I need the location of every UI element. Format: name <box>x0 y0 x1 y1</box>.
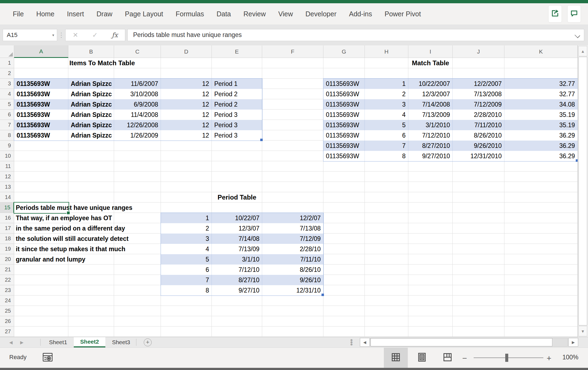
row-header-3[interactable]: 3 <box>0 79 14 89</box>
zoom-slider[interactable] <box>474 357 543 358</box>
cell[interactable]: 1 <box>161 213 212 223</box>
row-header-19[interactable]: 19 <box>0 244 14 254</box>
cell[interactable]: 8 <box>161 285 212 296</box>
cell[interactable]: 8/26/2010 <box>453 130 504 141</box>
menu-tab-formulas[interactable]: Formulas <box>169 10 210 18</box>
row-header-1[interactable]: 1 <box>0 58 14 68</box>
cell[interactable]: 2 <box>365 89 408 99</box>
cell[interactable]: Period 3 <box>212 110 262 120</box>
cell[interactable]: 7/13/2009 <box>408 110 453 120</box>
cell[interactable]: 7/14/2008 <box>408 99 453 110</box>
row-header-5[interactable]: 5 <box>0 99 14 110</box>
cell[interactable]: 36.29 <box>504 151 578 161</box>
cell[interactable]: 01135693W <box>14 110 68 120</box>
zoom-level[interactable]: 100% <box>562 354 578 361</box>
cell[interactable]: 7/12/10 <box>212 265 262 275</box>
scroll-left-button[interactable]: ◀ <box>360 338 370 347</box>
cell[interactable]: 11/4/2008 <box>114 110 161 120</box>
cell[interactable]: 12 <box>161 110 212 120</box>
row-header-2[interactable]: 2 <box>0 68 14 79</box>
column-header-G[interactable]: G <box>323 45 365 58</box>
formula-bar-input[interactable]: Periods table must have unique ranges <box>127 29 584 41</box>
cell[interactable]: 3/1/10 <box>212 254 262 265</box>
row-header-20[interactable]: 20 <box>0 254 14 265</box>
cell[interactable]: 7 <box>161 275 212 285</box>
row-header-26[interactable]: 26 <box>0 316 14 327</box>
cell[interactable]: 12 <box>161 89 212 99</box>
row-header-11[interactable]: 11 <box>0 161 14 172</box>
cell[interactable]: Period 2 <box>212 99 262 110</box>
comments-button[interactable] <box>567 5 581 23</box>
row-header-8[interactable]: 8 <box>0 130 14 141</box>
cell[interactable]: 7/13/09 <box>212 244 262 254</box>
row-header-23[interactable]: 23 <box>0 285 14 296</box>
row-header-4[interactable]: 4 <box>0 89 14 99</box>
menu-tab-data[interactable]: Data <box>210 10 237 18</box>
cell[interactable]: 01135693W <box>323 79 365 89</box>
column-header-I[interactable]: I <box>408 45 453 58</box>
name-box-dropdown-icon[interactable]: ▾ <box>52 33 54 37</box>
row-header-18[interactable]: 18 <box>0 234 14 244</box>
cell[interactable]: 1/26/2009 <box>114 130 161 141</box>
tab-splitter-handle[interactable]: ●●● <box>350 339 353 346</box>
cell[interactable]: 7/11/2010 <box>453 120 504 130</box>
row-header-24[interactable]: 24 <box>0 296 14 306</box>
cell[interactable]: Adrian Spizzc <box>68 110 114 120</box>
cell[interactable]: 3 <box>161 234 212 244</box>
cell[interactable]: 7/11/10 <box>262 254 323 265</box>
cell[interactable]: 7 <box>365 141 408 151</box>
cell[interactable]: 12/26/2008 <box>114 120 161 130</box>
name-box-resize-handle[interactable]: ⋮ <box>57 31 65 39</box>
cell[interactable]: 6/9/2008 <box>114 99 161 110</box>
column-header-E[interactable]: E <box>212 45 262 58</box>
share-button[interactable] <box>548 5 562 23</box>
cell[interactable]: 8/27/10 <box>212 275 262 285</box>
cell[interactable]: 8/26/10 <box>262 265 323 275</box>
column-header-H[interactable]: H <box>365 45 408 58</box>
column-header-B[interactable]: B <box>68 45 114 58</box>
page-break-preview-button[interactable] <box>436 348 460 368</box>
formula-bar-expand-icon[interactable] <box>575 32 580 38</box>
cell[interactable]: 12/3/2007 <box>408 89 453 99</box>
zoom-in-button[interactable]: + <box>547 354 552 363</box>
sheet-tab-sheet1[interactable]: Sheet1 <box>42 337 74 347</box>
horizontal-scrollbar-thumb[interactable] <box>370 338 552 346</box>
row-header-12[interactable]: 12 <box>0 172 14 182</box>
cell[interactable]: 4 <box>365 110 408 120</box>
menu-tab-file[interactable]: File <box>7 10 30 18</box>
sheet-tab-sheet2[interactable]: Sheet2 <box>74 337 106 347</box>
cell[interactable]: 7/12/2010 <box>408 130 453 141</box>
menu-tab-add-ins[interactable]: Add-ins <box>343 10 378 18</box>
scroll-right-button[interactable]: ▶ <box>568 338 578 347</box>
cell[interactable]: 01135693W <box>323 99 365 110</box>
new-sheet-button[interactable]: + <box>144 338 152 346</box>
menu-tab-insert[interactable]: Insert <box>61 10 90 18</box>
column-header-A[interactable]: A <box>14 45 68 58</box>
cell[interactable]: 2/28/2010 <box>453 110 504 120</box>
scroll-down-button[interactable]: ▼ <box>578 326 587 336</box>
cell[interactable]: 3/1/2010 <box>408 120 453 130</box>
cell[interactable]: 4 <box>161 244 212 254</box>
cell[interactable]: 11/6/2007 <box>114 79 161 89</box>
name-box[interactable]: A15 ▾ <box>3 29 57 41</box>
cell[interactable]: 12 <box>161 79 212 89</box>
cell[interactable]: 1 <box>365 79 408 89</box>
cell[interactable]: 8 <box>365 151 408 161</box>
cell[interactable]: 01135693W <box>323 120 365 130</box>
row-header-25[interactable]: 25 <box>0 306 14 316</box>
cell[interactable]: Adrian Spizzc <box>68 99 114 110</box>
cell[interactable]: 34.08 <box>504 99 578 110</box>
horizontal-scrollbar[interactable] <box>370 338 568 347</box>
vertical-scrollbar[interactable]: ▲ ▼ <box>578 45 588 337</box>
row-header-14[interactable]: 14 <box>0 192 14 203</box>
row-header-16[interactable]: 16 <box>0 213 14 223</box>
cell[interactable]: Adrian Spizzc <box>68 130 114 141</box>
cell[interactable]: 7/12/2009 <box>453 99 504 110</box>
column-header-C[interactable]: C <box>114 45 161 58</box>
cell[interactable]: 2/28/10 <box>262 244 323 254</box>
cell[interactable]: Period 1 <box>212 79 262 89</box>
cell[interactable]: 10/22/2007 <box>408 79 453 89</box>
enter-icon[interactable]: ✓ <box>92 31 98 39</box>
scroll-up-button[interactable]: ▲ <box>578 46 587 56</box>
cell[interactable]: 6 <box>365 130 408 141</box>
